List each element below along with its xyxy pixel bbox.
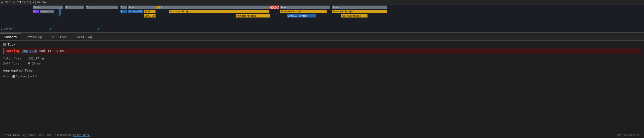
timeline-area: ▶ Main — https://juejin.cn/ Task T... T.… — [0, 0, 644, 33]
learn-more-link[interactable]: Learn more — [73, 133, 90, 137]
system-legend: System (self) — [12, 75, 38, 78]
chart-zero-label: 0 ms — [3, 75, 10, 78]
system-legend-label: System (self) — [16, 75, 38, 78]
task-bar-parse-html[interactable]: Parse HTML — [128, 10, 144, 13]
status-bar: Total blocking time: 311.03ms (estimated… — [0, 132, 644, 138]
raster-blip — [50, 28, 51, 30]
warning-row: Warning Long task took 131.97 ms. — [3, 48, 641, 54]
task-bar-compil[interactable]: Compil...cript — [287, 14, 316, 18]
task-bar[interactable]: T... — [86, 6, 118, 9]
tab-summary[interactable]: Summary — [0, 33, 21, 40]
task-bar-run-microtasks2[interactable]: Run Microtasks — [341, 14, 368, 18]
timeline-title: ▶ Main — https://juejin.cn/ — [2, 1, 47, 4]
raster-row: ▶ Raster — [0, 27, 644, 31]
task-bar-p[interactable]: P... — [120, 10, 127, 13]
tabs-bar: Summary Bottom-Up Call Tree Event Log — [0, 33, 644, 41]
task-bar-cbm[interactable]: Cbm...pt — [144, 14, 156, 18]
warning-message: took 131.97 ms. — [39, 49, 66, 53]
aggregated-title: Aggregated Time — [3, 68, 641, 72]
self-time-row: Self Time 0.37 ms — [3, 61, 641, 66]
long-task-link[interactable]: Long task — [21, 49, 37, 53]
task-bar[interactable]: Task — [332, 6, 387, 9]
task-bar-evaluate-script3[interactable]: Evaluate Script — [332, 10, 387, 13]
timeline-header: ▶ Main — https://juejin.cn/ — [0, 0, 644, 5]
task-bar[interactable]: T... — [120, 6, 127, 9]
tab-call-tree[interactable]: Call Tree — [46, 33, 71, 40]
task-bar-evaluate-script2[interactable]: Evaluate Script — [280, 10, 327, 13]
total-time-row: Total Time 131.97 ms — [3, 56, 641, 61]
task-label: Task — [8, 43, 15, 46]
status-credit: @稀土掘金技术社区 — [617, 133, 641, 137]
self-time-label: Self Time — [3, 62, 28, 65]
system-legend-box — [12, 75, 15, 78]
raster-label: ▶ Raster — [1, 28, 13, 30]
tab-bottom-up[interactable]: Bottom-Up — [21, 33, 46, 40]
micro-bars — [156, 6, 168, 9]
timeline-track[interactable]: Task T... T... T... Task Task Task R... … — [0, 5, 644, 32]
task-bar[interactable]: Task — [280, 6, 330, 9]
task-bar-r[interactable]: R... — [33, 10, 39, 13]
task-bar-redstripe[interactable] — [270, 6, 279, 9]
task-bar-run-microtasks[interactable]: Run Microtasks — [236, 14, 270, 18]
task-bar[interactable]: T... — [65, 6, 84, 9]
tab-event-log[interactable]: Event Log — [71, 33, 96, 40]
total-time-label: Total Time — [3, 57, 28, 60]
task-bar-evaluate-script[interactable]: Evaluate Script — [169, 10, 269, 13]
dense-bars-1 — [58, 6, 63, 18]
task-bar-layout[interactable]: Layout — [40, 10, 54, 13]
task-bar-eval-ipt[interactable]: Eval...ipt — [144, 10, 156, 13]
status-blocking-text: Total blocking time: 311.03ms (estimated… — [3, 133, 90, 137]
content-panel: Task Warning Long task took 131.97 ms. T… — [0, 41, 644, 81]
chart-area: 0 ms System (self) — [3, 74, 641, 79]
blocking-text: Total blocking time: 311.03ms (estimated… — [3, 133, 71, 137]
self-time-value: 0.37 ms — [28, 62, 41, 65]
task-bar[interactable]: Task — [128, 6, 271, 9]
task-color-indicator — [3, 43, 6, 46]
warning-label: Warning — [6, 49, 19, 53]
raster-blip — [98, 28, 99, 30]
task-title-row: Task — [3, 43, 641, 46]
total-time-value: 131.97 ms — [28, 57, 45, 60]
